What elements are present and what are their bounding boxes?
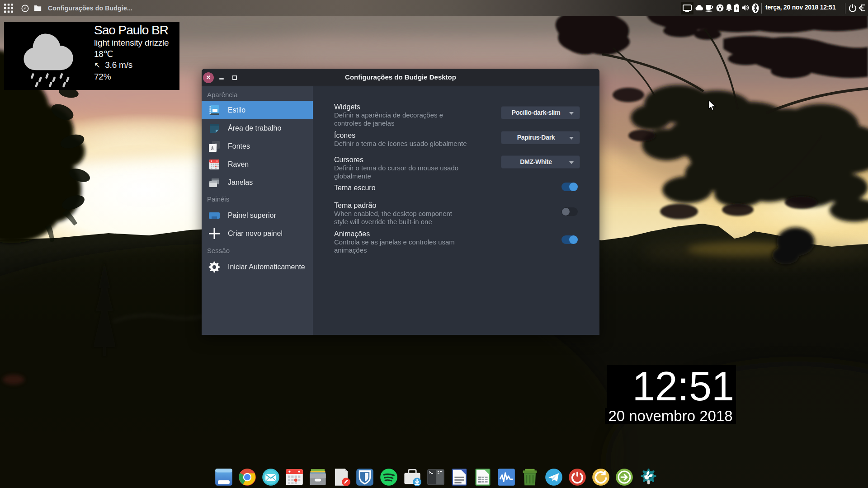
svg-text:à: à [211,145,214,151]
